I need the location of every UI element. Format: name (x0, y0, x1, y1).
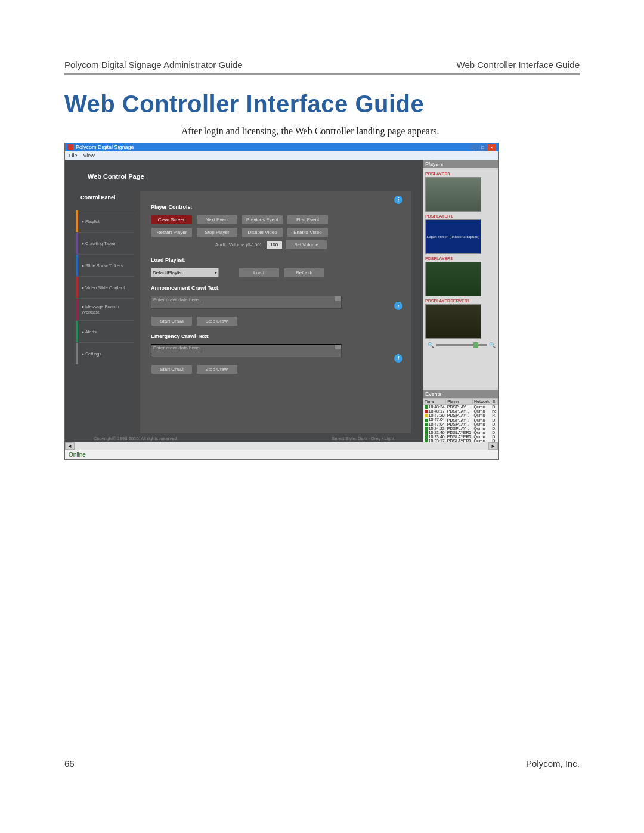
table-row[interactable]: 10:47:04PDSPLAY...QumuD. (423, 422, 498, 426)
side-panel: Players PDSLAYER3 PDSPLAYER1 Logon scree… (423, 160, 498, 442)
help-icon[interactable]: i (394, 354, 402, 363)
player-thumb[interactable]: Logon screen (unable to capture) (425, 219, 481, 254)
copyright: Copyright© 1998-2010. All rights reserve… (94, 436, 178, 441)
window-titlebar: Polycom Digital Signage _ □ × (65, 143, 498, 151)
sidebar-item[interactable]: ▸ Settings (76, 342, 134, 364)
page-title: Web Controller Interface Guide (64, 91, 580, 117)
announce-stop-button[interactable]: Stop Crawl (196, 316, 238, 326)
nav-heading: Control Panel (76, 191, 134, 210)
style-grey[interactable]: Grey (371, 436, 380, 441)
player-control-button[interactable]: First Event (287, 215, 329, 225)
load-button[interactable]: Load (238, 268, 280, 278)
player-label: PDSPLAYER3 (425, 256, 498, 261)
help-icon[interactable]: i (394, 196, 402, 204)
style-selector: Select Style: Dark · Grey · Light (332, 436, 394, 441)
company-name: Polycom, Inc. (526, 758, 580, 769)
player-control-button[interactable]: Disable Video (242, 227, 283, 237)
minimize-button[interactable]: _ (470, 144, 478, 151)
emergency-start-button[interactable]: Start Crawl (151, 364, 193, 374)
player-control-button[interactable]: Stop Player (196, 227, 238, 237)
table-row[interactable]: 10:47:04PDSPLAY...QumuD. (423, 417, 498, 422)
zoom-out-icon[interactable]: 🔍 (428, 342, 434, 348)
doc-header-left: Polycom Digital Signage Administrator Gu… (64, 60, 242, 70)
scroll-right-icon[interactable]: ► (488, 442, 498, 450)
status-bar: Online (65, 450, 498, 459)
announce-title: Announcement Crawl Text: (151, 285, 400, 291)
left-nav: Control Panel ▸ Playlist▸ Crawling Ticke… (76, 191, 134, 433)
menu-file[interactable]: File (69, 153, 78, 159)
col-e[interactable]: E (491, 399, 497, 405)
maximize-button[interactable]: □ (479, 144, 487, 151)
sidebar-item[interactable]: ▸ Playlist (76, 210, 134, 232)
player-controls-title: Player Controls: (151, 204, 400, 210)
volume-input[interactable]: 100 (267, 241, 282, 249)
playlist-select[interactable]: DefaultPlaylist▾ (151, 268, 219, 277)
scroll-left-icon[interactable]: ◄ (65, 442, 75, 450)
sidebar-item[interactable]: ▸ Alerts (76, 320, 134, 342)
col-network[interactable]: Network (472, 399, 491, 405)
table-row[interactable]: 10:23:46PDSLAYER3QumuD. (423, 435, 498, 439)
player-control-button[interactable]: Next Event (196, 215, 238, 225)
sidebar-item[interactable]: ▸ Crawling Ticker (76, 232, 134, 254)
page-number: 66 (64, 758, 75, 769)
page-heading: Web Control Page (65, 160, 423, 191)
table-row[interactable]: 10:23:46PDSLAYER3QumuD. (423, 431, 498, 435)
player-control-button[interactable]: Enable Video (287, 227, 329, 237)
refresh-button[interactable]: Refresh (283, 268, 325, 278)
events-table: Time Player Network E 10:48:34PDSPLAY...… (423, 398, 498, 442)
help-icon[interactable]: i (394, 302, 402, 310)
player-thumb[interactable] (425, 262, 481, 296)
horizontal-scrollbar[interactable]: ◄ ► (65, 442, 498, 450)
style-dark[interactable]: Dark (358, 436, 367, 441)
app-icon (67, 144, 73, 150)
events-header: Events (423, 390, 498, 398)
set-volume-button[interactable]: Set Volume (286, 240, 327, 250)
menubar: File View (65, 151, 498, 160)
player-label: PDSPLAYER1 (425, 214, 498, 218)
table-row[interactable]: 10:47:20PDSPLAY...QumuP. (423, 413, 498, 417)
player-label: PDSPLAYERSERVER1 (425, 299, 498, 303)
emergency-title: Emergency Crawl Text: (151, 333, 400, 339)
table-row[interactable]: 10:48:17PDSPLAY...Qumunc (423, 409, 498, 413)
emergency-textarea[interactable]: Enter crawl data here... (151, 344, 342, 357)
player-control-button[interactable]: Restart Player (151, 227, 193, 237)
screenshot: Polycom Digital Signage _ □ × File View … (64, 143, 499, 460)
announce-start-button[interactable]: Start Crawl (151, 316, 193, 326)
player-label: PDSLAYER3 (425, 172, 498, 176)
sidebar-item[interactable]: ▸ Video Slide Content (76, 276, 134, 298)
announce-textarea[interactable]: Enter crawl data here... (151, 296, 342, 309)
table-row[interactable]: 10:24:23PDSPLAY...QumuD. (423, 426, 498, 431)
style-light[interactable]: Light (385, 436, 394, 441)
player-control-button[interactable]: Previous Event (242, 215, 283, 225)
sidebar-item[interactable]: ▸ Slide Show Tickers (76, 254, 134, 276)
col-time[interactable]: Time (423, 399, 446, 405)
menu-view[interactable]: View (83, 153, 95, 159)
zoom-in-icon[interactable]: 🔍 (489, 342, 496, 348)
window-title: Polycom Digital Signage (76, 144, 134, 150)
doc-header-right: Web Controller Interface Guide (457, 60, 580, 70)
sidebar-item[interactable]: ▸ Message Board / Webcast (76, 298, 134, 320)
load-playlist-title: Load Playlist: (151, 257, 400, 263)
col-player[interactable]: Player (446, 399, 473, 405)
player-thumb[interactable] (425, 177, 481, 212)
intro-text: After login and licensing, the Web Contr… (181, 126, 580, 137)
player-thumb[interactable] (425, 304, 481, 339)
emergency-stop-button[interactable]: Stop Crawl (196, 364, 238, 374)
close-button[interactable]: × (488, 144, 496, 151)
player-control-button[interactable]: Clear Screen (151, 215, 193, 225)
zoom-slider[interactable]: 🔍 🔍 (428, 342, 496, 348)
volume-label: Audio Volume (0-100): (215, 242, 263, 247)
content-panel: i Player Controls: Clear ScreenNext Even… (140, 191, 411, 433)
table-row[interactable]: 10:48:34PDSPLAY...QumuD. (423, 405, 498, 410)
players-header: Players (423, 160, 498, 168)
